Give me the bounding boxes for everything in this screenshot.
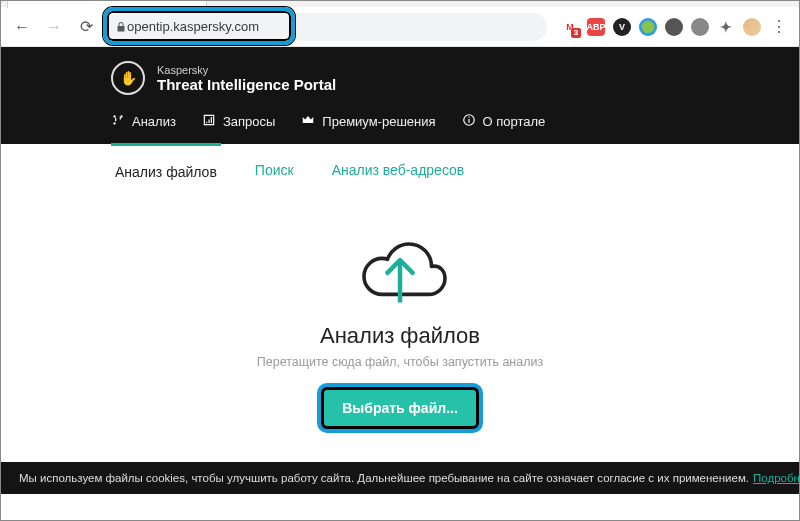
site-header: ✋ Kaspersky Threat Intelligence Portal А… (1, 47, 799, 144)
svg-rect-2 (468, 117, 469, 118)
browser-tabstrip: Kaspersky Threat Intelligence Po × + — ☐… (1, 0, 799, 7)
chart-icon (202, 113, 216, 130)
address-bar[interactable]: opentip.kaspersky.com (105, 13, 547, 41)
site-brand: ✋ Kaspersky Threat Intelligence Portal (111, 47, 689, 105)
nav-forward-button[interactable]: → (41, 14, 67, 40)
tab-url-analysis[interactable]: Анализ веб-адресов (328, 144, 469, 194)
main-content: Анализ файлов Поиск Анализ веб-адресов А… (1, 144, 799, 494)
ext-abp-icon[interactable]: ABP (587, 18, 605, 36)
nav-requests[interactable]: Запросы (202, 113, 275, 130)
ext-gmail-icon[interactable]: M (561, 18, 579, 36)
lock-icon (115, 21, 127, 33)
profile-avatar-icon[interactable] (743, 18, 761, 36)
page-content: ✋ Kaspersky Threat Intelligence Portal А… (1, 47, 799, 494)
brand-line2: Threat Intelligence Portal (157, 76, 336, 93)
nav-premium-label: Премиум-решения (322, 114, 435, 129)
nav-requests-label: Запросы (223, 114, 275, 129)
crown-icon (301, 113, 315, 130)
nav-about[interactable]: О портале (462, 113, 546, 130)
ext-globe-icon[interactable] (639, 18, 657, 36)
tab-favicon (18, 0, 32, 1)
cloud-upload-icon (345, 217, 455, 307)
nav-premium[interactable]: Премиум-решения (301, 113, 435, 130)
ext-dark-icon[interactable]: V (613, 18, 631, 36)
browser-toolbar: ← → ⟳ opentip.kaspersky.com M ABP V ✦ ⋮ (1, 7, 799, 47)
page-tabs: Анализ файлов Поиск Анализ веб-адресов (111, 144, 689, 195)
tab-close-icon[interactable]: × (188, 0, 196, 2)
svg-rect-1 (468, 119, 469, 123)
nav-reload-button[interactable]: ⟳ (73, 14, 99, 40)
tab-search[interactable]: Поиск (251, 144, 298, 194)
tab-file-analysis[interactable]: Анализ файлов (111, 143, 221, 194)
cookie-more-label: Подробнее (753, 472, 799, 484)
extension-icons: M ABP V ✦ (561, 18, 761, 36)
nav-analysis-label: Анализ (132, 114, 176, 129)
nav-about-label: О портале (483, 114, 546, 129)
panel-title: Анализ файлов (111, 323, 689, 349)
window-close-button[interactable]: ✕ (755, 0, 799, 1)
choose-file-label: Выбрать файл... (342, 400, 458, 416)
tab-title: Kaspersky Threat Intelligence Po (38, 0, 182, 1)
browser-menu-button[interactable]: ⋮ (767, 17, 791, 36)
address-url: opentip.kaspersky.com (127, 19, 259, 34)
panel-subtitle: Перетащите сюда файл, чтобы запустить ан… (111, 355, 689, 369)
info-icon (462, 113, 476, 130)
browser-tab-active[interactable]: Kaspersky Threat Intelligence Po × (7, 0, 207, 8)
brand-logo-icon: ✋ (111, 61, 145, 95)
cookie-banner: Мы используем файлы cookies, чтобы улучш… (1, 462, 799, 494)
brand-line1: Kaspersky (157, 64, 336, 76)
new-tab-button[interactable]: + (213, 0, 243, 7)
window-maximize-button[interactable]: ☐ (711, 0, 755, 1)
ext-round1-icon[interactable] (665, 18, 683, 36)
choose-file-button[interactable]: Выбрать файл... (324, 390, 476, 426)
window-minimize-button[interactable]: — (667, 0, 711, 1)
ext-round2-icon[interactable] (691, 18, 709, 36)
tab-file-analysis-label: Анализ файлов (115, 164, 217, 180)
cookie-text: Мы используем файлы cookies, чтобы улучш… (19, 472, 749, 484)
upload-panel: Анализ файлов Перетащите сюда файл, чтоб… (111, 195, 689, 433)
nav-analysis[interactable]: Анализ (111, 113, 176, 130)
nav-back-button[interactable]: ← (9, 14, 35, 40)
tab-search-label: Поиск (255, 162, 294, 178)
extensions-icon[interactable]: ✦ (717, 18, 735, 36)
choose-file-highlight: Выбрать файл... (317, 383, 483, 433)
top-nav: Анализ Запросы Премиум-решения О портале (111, 105, 689, 144)
tab-url-analysis-label: Анализ веб-адресов (332, 162, 465, 178)
branch-icon (111, 113, 125, 130)
cookie-more-link[interactable]: Подробнее (753, 472, 799, 484)
